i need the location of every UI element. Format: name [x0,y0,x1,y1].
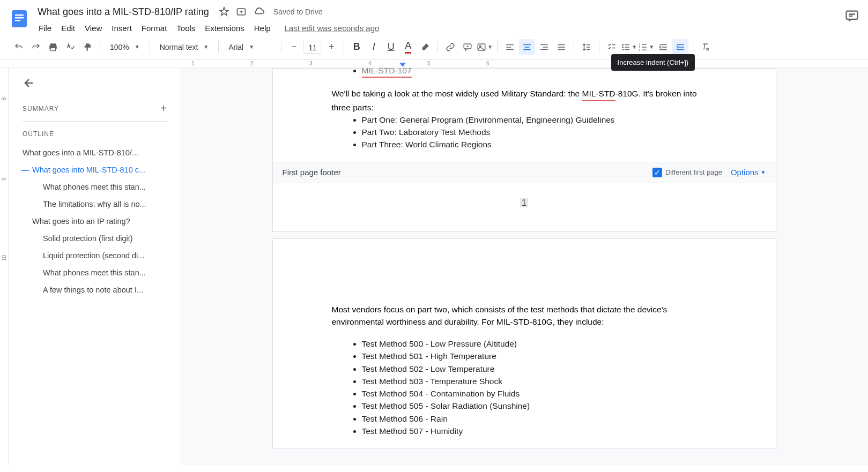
list-item[interactable]: Test Method 505 - Solar Radiation (Sunsh… [362,400,717,412]
spellcheck-button[interactable] [62,39,78,55]
move-icon[interactable] [236,6,247,17]
outline-item[interactable]: What goes into MIL-STD-810 c... [17,161,167,178]
docs-logo-icon[interactable] [9,4,30,33]
bullet-list-button[interactable]: ▼ [621,39,637,55]
align-right-button[interactable] [536,39,552,55]
list-item[interactable]: Test Method 501 - High Temperature [362,350,717,362]
svg-rect-21 [642,44,647,45]
footer-label: First page footer [283,168,341,177]
different-first-page-checkbox[interactable]: ✓ [652,168,662,177]
list-item[interactable]: Test Method 506 - Rain [362,413,717,425]
style-select[interactable]: Normal text▼ [154,39,214,55]
clear-formatting-button[interactable] [698,39,714,55]
comments-icon[interactable] [844,9,859,24]
svg-rect-2 [15,17,24,19]
line-spacing-button[interactable] [578,39,595,55]
menu-file[interactable]: File [34,21,56,35]
add-summary-icon[interactable]: + [160,102,167,115]
svg-point-13 [622,46,624,48]
ruler-mark: 8 [1,97,7,100]
star-icon[interactable] [219,6,229,17]
header-main: What goes into a MIL-STD-810/IP rating S… [34,4,844,35]
menu-help[interactable]: Help [250,21,275,35]
text-color-button[interactable]: A [400,39,416,55]
redo-button[interactable] [28,39,44,55]
svg-rect-22 [642,47,647,48]
link-button[interactable] [442,39,458,55]
outline-item[interactable]: The limitations: why all is no... [17,196,167,213]
undo-button[interactable] [11,39,27,55]
ruler-mark: 3 [309,61,313,66]
svg-rect-0 [12,10,27,27]
numbered-list-button[interactable]: 123▼ [638,39,654,55]
list-item[interactable]: Test Method 504 - Contamination by Fluid… [362,387,717,400]
list-item[interactable]: Test Method 502 - Low Temperature [362,363,717,375]
cloud-saved-icon[interactable] [253,6,265,18]
horizontal-ruler[interactable]: 1 2 3 4 5 6 [0,59,868,68]
ruler-mark: 9 [1,177,7,181]
font-select[interactable]: Arial▼ [223,39,277,55]
ruler-mark: 6 [486,61,489,66]
paint-format-button[interactable] [79,39,95,55]
outline-item[interactable]: What goes into an IP rating? [17,213,167,230]
checklist-button[interactable] [604,39,620,55]
print-button[interactable] [45,39,61,55]
page-2[interactable]: Most vendors focus on part two, which co… [272,238,776,449]
list-item[interactable]: Test Method 503 - Temperature Shock [362,375,717,387]
highlight-button[interactable] [417,39,433,55]
decrease-indent-button[interactable] [655,39,671,55]
font-size-input[interactable]: 11 [303,41,322,54]
menu-view[interactable]: View [80,21,106,35]
page-1[interactable]: MIL-STD-107 We'll be taking a look at th… [272,68,776,232]
svg-rect-15 [625,44,629,45]
outline-item[interactable]: Liquid protection (second di... [17,247,167,264]
svg-rect-5 [847,11,858,19]
indent-marker-icon[interactable] [399,63,406,67]
align-left-button[interactable] [502,39,518,55]
outline-header: OUTLINE [23,130,167,138]
svg-rect-17 [625,49,629,50]
menu-bar: File Edit View Insert Format Tools Exten… [34,21,844,35]
ruler-mark: 5 [427,61,431,66]
font-size-increase-button[interactable]: + [323,39,339,55]
list-item[interactable]: Part One: General Program (Environmental… [362,114,717,126]
back-icon[interactable] [17,77,167,92]
menu-format[interactable]: Format [137,21,172,35]
outline-item[interactable]: A few things to note about I... [17,281,167,298]
outline-item[interactable]: What phones meet this stan... [17,264,167,281]
increase-indent-button[interactable]: Increase indent (Ctrl+]) [672,39,688,55]
zoom-select[interactable]: 100%▼ [105,39,145,55]
bold-button[interactable]: B [348,39,365,55]
vertical-ruler[interactable]: 8 9 10 [0,68,9,465]
menu-insert[interactable]: Insert [107,21,136,35]
footer-options-button[interactable]: Options▼ [731,168,766,177]
footer-section-bar: First page footer ✓ Different first page… [273,162,776,183]
doc-text[interactable]: We'll be taking a look at the most widel… [332,87,717,114]
menu-tools[interactable]: Tools [172,21,199,35]
last-edit-link[interactable]: Last edit was seconds ago [285,24,380,33]
list-item[interactable]: Part Three: World Climatic Regions [362,138,717,151]
doc-text[interactable]: Most vendors focus on part two, which co… [332,303,717,328]
italic-button[interactable]: I [366,39,382,55]
align-justify-button[interactable] [553,39,569,55]
list-item[interactable]: Test Method 507 - Humidity [362,425,717,437]
document-canvas[interactable]: MIL-STD-107 We'll be taking a look at th… [180,68,868,465]
menu-extensions[interactable]: Extensions [201,21,248,35]
toolbar: 100%▼ Normal text▼ Arial▼ − 11 + B I U A… [0,35,868,59]
outline-item[interactable]: Solid protection (first digit) [17,230,167,247]
image-button[interactable]: ▼ [477,39,493,55]
outline-item[interactable]: What goes into a MIL-STD-810/... [17,144,167,161]
svg-rect-3 [15,20,20,21]
app-header: What goes into a MIL-STD-810/IP rating S… [0,0,868,35]
menu-edit[interactable]: Edit [57,21,79,35]
underline-button[interactable]: U [383,39,399,55]
ruler-mark: 10 [1,255,7,261]
list-item[interactable]: Part Two: Laboratory Test Methods [362,126,717,138]
align-center-button[interactable] [519,39,535,55]
page-number[interactable]: 1 [520,183,529,231]
outline-item[interactable]: What phones meet this stan... [17,178,167,196]
document-title[interactable]: What goes into a MIL-STD-810/IP rating [34,5,212,19]
font-size-decrease-button[interactable]: − [286,39,302,55]
list-item[interactable]: Test Method 500 - Low Pressure (Altitude… [362,338,717,350]
comment-button[interactable] [459,39,476,55]
